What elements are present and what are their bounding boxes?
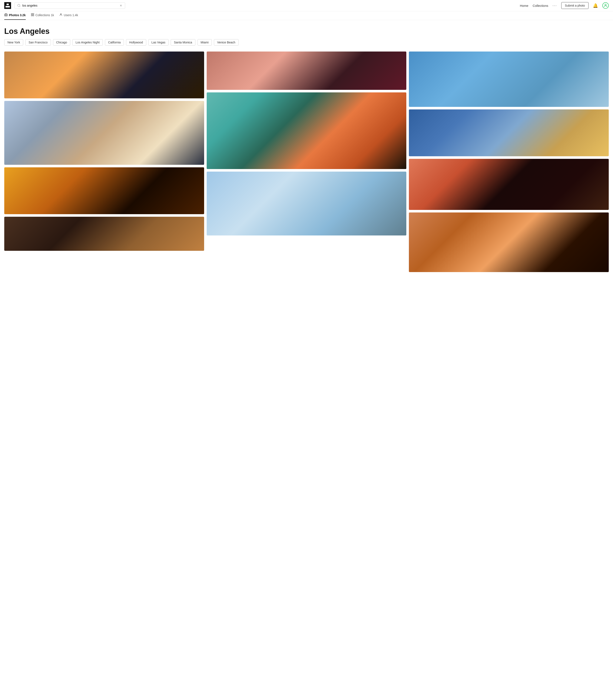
search-title-area: Los angeles: [0, 20, 613, 39]
svg-rect-12: [31, 15, 32, 16]
related-tag[interactable]: California: [105, 39, 124, 46]
photo-col-3: [409, 52, 609, 272]
camera-icon: [4, 13, 8, 17]
related-tags-row: New YorkSan FranciscoChicagoLos Angeles …: [0, 39, 613, 49]
header-nav: Home Collections ··· Submit a photo 🔔: [520, 2, 609, 9]
user-avatar[interactable]: [602, 2, 609, 9]
related-tag[interactable]: Chicago: [53, 39, 70, 46]
svg-point-3: [18, 4, 20, 7]
related-tag[interactable]: San Francisco: [25, 39, 51, 46]
related-tag[interactable]: Santa Monica: [171, 39, 195, 46]
related-tag[interactable]: Miami: [197, 39, 212, 46]
related-tag[interactable]: Venice Beach: [214, 39, 239, 46]
notifications-icon[interactable]: 🔔: [593, 3, 598, 8]
nav-more-icon[interactable]: ···: [552, 3, 557, 8]
svg-rect-0: [4, 2, 11, 9]
photo-item[interactable]: [207, 52, 406, 90]
submit-photo-button[interactable]: Submit a photo: [561, 2, 588, 9]
photo-col-2: [207, 52, 406, 272]
photo-item[interactable]: [409, 212, 609, 272]
site-logo[interactable]: [4, 2, 11, 9]
svg-rect-10: [31, 13, 32, 14]
svg-rect-8: [4, 14, 7, 16]
svg-line-4: [19, 6, 20, 7]
svg-point-7: [605, 4, 607, 5]
tab-photos[interactable]: Photos 3.2k: [4, 13, 26, 20]
tab-photos-label: Photos 3.2k: [9, 13, 26, 17]
photo-col-1: [4, 52, 204, 272]
photo-item[interactable]: [409, 52, 609, 107]
photo-grid: [0, 49, 613, 275]
grid-icon: [31, 13, 34, 17]
related-tag[interactable]: Los Angeles Night: [73, 39, 103, 46]
search-bar: los angeles: [14, 2, 125, 9]
photo-item[interactable]: [4, 167, 204, 214]
tab-collections[interactable]: Collections 1k: [31, 13, 54, 20]
svg-rect-1: [6, 4, 9, 5]
site-header: los angeles Home Collections ··· Submit …: [0, 0, 613, 11]
svg-rect-13: [33, 15, 34, 16]
search-icon: [17, 4, 21, 7]
tab-users[interactable]: Users 1.4k: [59, 13, 78, 20]
photo-item[interactable]: [409, 159, 609, 210]
photo-item[interactable]: [4, 101, 204, 165]
svg-rect-11: [33, 13, 34, 14]
search-input[interactable]: los angeles: [22, 4, 118, 7]
photo-item[interactable]: [207, 172, 406, 235]
nav-collections[interactable]: Collections: [533, 4, 548, 8]
person-icon: [59, 13, 63, 17]
related-tag[interactable]: Las Vegas: [148, 39, 169, 46]
page-title: Los angeles: [4, 27, 609, 36]
svg-point-14: [60, 14, 61, 15]
tab-collections-label: Collections 1k: [36, 13, 54, 17]
tab-users-label: Users 1.4k: [64, 13, 78, 17]
related-tag[interactable]: New York: [4, 39, 23, 46]
photo-item[interactable]: [207, 92, 406, 169]
search-tabs: Photos 3.2k Collections 1k Users 1.4k: [0, 11, 613, 20]
photo-item[interactable]: [409, 109, 609, 156]
svg-rect-2: [5, 6, 10, 8]
related-tag[interactable]: Hollywood: [126, 39, 146, 46]
photo-item[interactable]: [4, 52, 204, 98]
nav-home[interactable]: Home: [520, 4, 528, 8]
clear-search-icon[interactable]: [119, 4, 122, 7]
photo-item[interactable]: [4, 217, 204, 251]
svg-point-9: [5, 14, 6, 15]
